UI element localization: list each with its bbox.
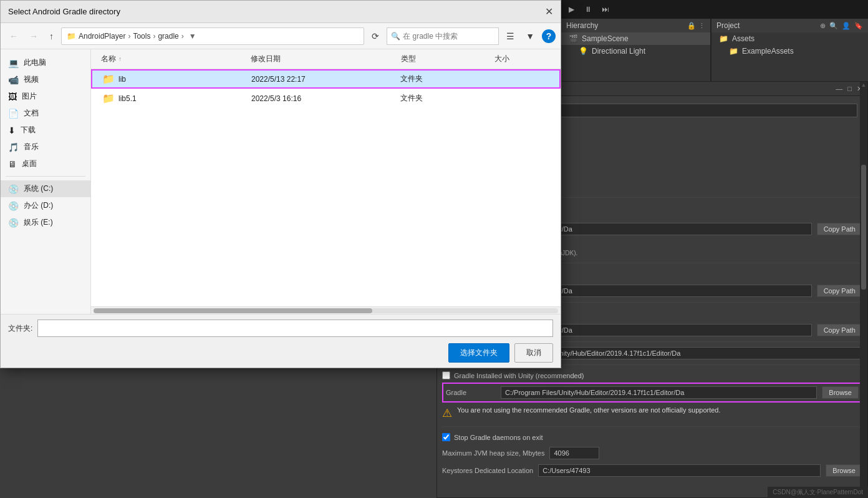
sidebar-item-videos[interactable]: 📹 视频 <box>1 71 90 88</box>
col-header-size[interactable]: 大小 <box>489 54 556 64</box>
view-dropdown-button[interactable]: ▼ <box>522 29 538 43</box>
system-c-icon: 💿 <box>8 184 19 194</box>
sidebar-item-desktop[interactable]: 🖥 桌面 <box>1 155 90 172</box>
desktop-icon: 🖥 <box>8 159 17 169</box>
sidebar-item-documents[interactable]: 📄 文档 <box>1 105 90 122</box>
sidebar-item-downloads[interactable]: ⬇ 下载 <box>1 122 90 139</box>
sidebar-item-computer[interactable]: 💻 此电脑 <box>1 54 90 71</box>
scrollbar-up-arrow[interactable]: ▲ <box>860 82 867 88</box>
hierarchy-options-icon[interactable]: ⋮ <box>698 22 705 30</box>
music-icon: 🎵 <box>8 142 19 152</box>
gradle-browse-button[interactable]: Browse <box>822 386 859 399</box>
gradle-path-text: C:/Program Files/Unity/Hub/Editor/2019.4… <box>501 386 817 399</box>
unity-pause-icon[interactable]: ⏸ <box>582 4 594 15</box>
folder-input[interactable] <box>37 320 553 337</box>
col-header-name[interactable]: 名称 ↑ <box>96 54 246 64</box>
lib-folder-icon: 📁 <box>102 73 115 85</box>
sidebar-label-downloads: 下载 <box>21 125 36 135</box>
pref-scrollbar[interactable]: ▲ ▼ <box>860 82 867 497</box>
col-header-modified[interactable]: 修改日期 <box>246 54 395 64</box>
keystores-label: Keystores Dedicated Location <box>442 467 533 474</box>
refresh-button[interactable]: ⟳ <box>368 29 383 43</box>
sidebar-item-entertainment-e[interactable]: 💿 娱乐 (E:) <box>1 214 90 231</box>
pref-separator-6 <box>442 426 862 427</box>
back-button[interactable]: ← <box>6 29 22 43</box>
project-account-icon[interactable]: 👤 <box>842 22 851 30</box>
breadcrumb-sep-1: › <box>153 32 155 41</box>
watermark: CSDN@佩人文·PlanePatternDot <box>768 487 868 498</box>
videos-icon: 📹 <box>8 75 19 85</box>
jdk-copy-path-button[interactable]: Copy Path <box>817 223 862 235</box>
sidebar-label-entertainment-e: 娱乐 (E:) <box>24 217 53 228</box>
file-type-lib51: 文件夹 <box>395 93 489 104</box>
file-item-lib[interactable]: 📁 lib 2022/5/13 22:17 文件夹 <box>91 69 561 89</box>
breadcrumb-bar[interactable]: 📁 AndroidPlayer › Tools › gradle › ▼ <box>61 27 364 45</box>
breadcrumb-part-0[interactable]: AndroidPlayer <box>79 32 125 41</box>
unity-topbar: ▶ ⏸ ⏭ <box>561 0 868 19</box>
sidebar-label-documents: 文档 <box>24 108 39 119</box>
gradle-installed-checkbox[interactable] <box>442 371 450 379</box>
file-item-lib51[interactable]: 📁 lib5.1 2022/5/3 16:16 文件夹 <box>91 89 561 108</box>
sidebar-item-music[interactable]: 🎵 音乐 <box>1 139 90 155</box>
jvm-heap-input[interactable] <box>549 447 599 459</box>
unity-step-icon[interactable]: ⏭ <box>599 4 612 15</box>
select-folder-button[interactable]: 选择文件夹 <box>448 343 509 363</box>
project-example-assets[interactable]: 📁 ExampleAssets <box>711 45 868 57</box>
sidebar-label-videos: 视频 <box>24 74 39 85</box>
project-title-label: Project <box>716 21 740 30</box>
search-container: 🔍 <box>387 27 499 45</box>
directional-light-icon: 💡 <box>579 47 588 56</box>
view-options-button[interactable]: ☰ <box>503 29 518 43</box>
entertainment-e-icon: 💿 <box>8 218 19 228</box>
help-button[interactable]: ? <box>542 29 556 43</box>
search-input[interactable] <box>400 32 488 41</box>
sidebar-item-office-d[interactable]: 💿 办公 (D:) <box>1 197 90 214</box>
dialog-actions: 选择文件夹 取消 <box>8 343 553 363</box>
hierarchy-directional-light[interactable]: 💡 Directional Light <box>561 45 710 57</box>
file-name-lib51: 📁 lib5.1 <box>97 92 246 104</box>
up-button[interactable]: ↑ <box>46 29 57 43</box>
example-assets-icon: 📁 <box>729 47 738 56</box>
dialog-toolbar: ← → ↑ 📁 AndroidPlayer › Tools › gradle ›… <box>1 23 561 49</box>
gradle-warning-text: You are not using the recommended Gradle… <box>457 406 721 414</box>
breadcrumb-chevron-icon[interactable]: ▼ <box>189 32 196 41</box>
sdk-copy-path-button[interactable]: Copy Path <box>817 285 862 297</box>
breadcrumb-part-1[interactable]: Tools <box>133 32 150 41</box>
gradle-label: Gradle <box>446 389 496 396</box>
filelist-scrollbar[interactable] <box>91 306 561 314</box>
hierarchy-samplescene[interactable]: 🎬 SampleScene <box>561 32 710 45</box>
file-dialog: Select Android Gradle directory ✕ ← → ↑ … <box>0 0 561 368</box>
sidebar-item-system-c[interactable]: 💿 系统 (C:) <box>1 180 90 197</box>
pref-gradle-path-row: Gradle C:/Program Files/Unity/Hub/Editor… <box>442 383 862 403</box>
stop-gradle-checkbox[interactable] <box>442 433 450 441</box>
lib51-folder-icon: 📁 <box>102 92 115 104</box>
jvm-heap-label: Maximum JVM heap size, Mbytes <box>442 449 544 457</box>
unity-play-icon[interactable]: ▶ <box>566 4 577 15</box>
pictures-icon: 🖼 <box>8 92 17 102</box>
project-assets[interactable]: 📁 Assets <box>711 32 868 45</box>
breadcrumb-sep-0: › <box>128 32 130 41</box>
sidebar-label-system-c: 系统 (C:) <box>24 183 53 194</box>
breadcrumb-part-2[interactable]: gradle <box>158 32 178 41</box>
dialog-close-button[interactable]: ✕ <box>545 6 553 17</box>
col-header-type[interactable]: 类型 <box>396 54 490 64</box>
project-bookmark-icon[interactable]: 🔖 <box>854 22 863 30</box>
project-search-icon[interactable]: 🔍 <box>829 22 838 30</box>
keystores-browse-button[interactable]: Browse <box>826 464 862 477</box>
sdk2-copy-path-button[interactable]: Copy Path <box>817 324 862 336</box>
pref-minimize-icon[interactable]: — <box>836 85 842 93</box>
scrollbar-track <box>94 308 558 313</box>
cancel-button[interactable]: 取消 <box>514 343 553 363</box>
breadcrumb-sep-2: › <box>181 32 184 41</box>
hierarchy-lock-icon[interactable]: 🔒 <box>687 22 696 30</box>
forward-button[interactable]: → <box>26 29 42 43</box>
search-icon: 🔍 <box>391 32 400 41</box>
sidebar-item-pictures[interactable]: 🖼 图片 <box>1 88 90 105</box>
pref-gradle-installed-row: Gradle Installed with Unity (recommended… <box>442 368 862 383</box>
dialog-titlebar: Select Android Gradle directory ✕ <box>1 1 561 23</box>
filelist-items: 📁 lib 2022/5/13 22:17 文件夹 📁 lib5.1 2022/… <box>91 69 561 306</box>
project-add-icon[interactable]: ⊕ <box>820 22 826 30</box>
office-d-icon: 💿 <box>8 201 19 211</box>
pref-stop-gradle-row: Stop Gradle daemons on exit <box>442 429 862 444</box>
pref-maximize-icon[interactable]: □ <box>847 85 852 93</box>
